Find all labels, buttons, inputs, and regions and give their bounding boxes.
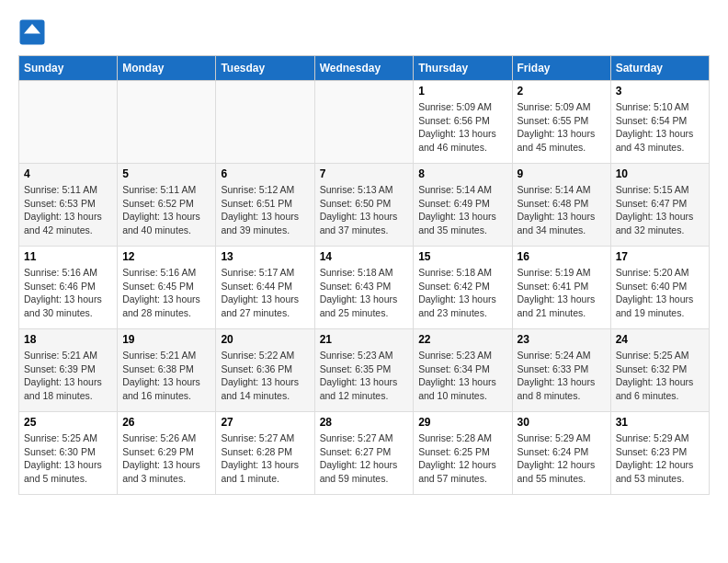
day-info: Sunrise: 5:09 AM Sunset: 6:55 PM Dayligh… bbox=[518, 100, 606, 155]
day-number: 10 bbox=[616, 167, 704, 180]
day-info: Sunrise: 5:20 AM Sunset: 6:40 PM Dayligh… bbox=[616, 266, 704, 320]
day-cell: 14Sunrise: 5:18 AM Sunset: 6:43 PM Dayli… bbox=[314, 247, 414, 329]
day-cell bbox=[19, 81, 118, 164]
day-info: Sunrise: 5:25 AM Sunset: 6:30 PM Dayligh… bbox=[24, 431, 112, 486]
day-cell: 28Sunrise: 5:27 AM Sunset: 6:27 PM Dayli… bbox=[314, 412, 414, 495]
day-number: 4 bbox=[24, 167, 112, 180]
day-number: 3 bbox=[616, 85, 704, 98]
week-row-2: 4Sunrise: 5:11 AM Sunset: 6:53 PM Daylig… bbox=[19, 164, 710, 247]
day-header-sunday: Sunday bbox=[19, 56, 118, 81]
day-number: 31 bbox=[616, 416, 704, 429]
day-cell: 24Sunrise: 5:25 AM Sunset: 6:32 PM Dayli… bbox=[610, 329, 709, 412]
day-number: 13 bbox=[221, 250, 309, 263]
day-number: 29 bbox=[418, 416, 506, 429]
day-number: 9 bbox=[518, 167, 606, 180]
day-number: 19 bbox=[122, 333, 210, 346]
day-number: 20 bbox=[221, 333, 309, 346]
page-header bbox=[18, 18, 710, 46]
day-info: Sunrise: 5:26 AM Sunset: 6:29 PM Dayligh… bbox=[122, 431, 210, 486]
day-info: Sunrise: 5:18 AM Sunset: 6:43 PM Dayligh… bbox=[320, 266, 409, 320]
day-info: Sunrise: 5:14 AM Sunset: 6:49 PM Dayligh… bbox=[418, 183, 506, 237]
day-number: 27 bbox=[221, 416, 309, 429]
day-info: Sunrise: 5:09 AM Sunset: 6:56 PM Dayligh… bbox=[418, 100, 506, 155]
day-cell: 6Sunrise: 5:12 AM Sunset: 6:51 PM Daylig… bbox=[216, 164, 314, 247]
day-info: Sunrise: 5:21 AM Sunset: 6:39 PM Dayligh… bbox=[24, 349, 112, 403]
week-row-3: 11Sunrise: 5:16 AM Sunset: 6:46 PM Dayli… bbox=[19, 247, 710, 329]
day-cell: 21Sunrise: 5:23 AM Sunset: 6:35 PM Dayli… bbox=[314, 329, 414, 412]
day-cell: 20Sunrise: 5:22 AM Sunset: 6:36 PM Dayli… bbox=[216, 329, 314, 412]
day-cell: 30Sunrise: 5:29 AM Sunset: 6:24 PM Dayli… bbox=[512, 412, 610, 495]
day-info: Sunrise: 5:23 AM Sunset: 6:34 PM Dayligh… bbox=[418, 349, 506, 403]
day-number: 25 bbox=[24, 416, 112, 429]
day-number: 1 bbox=[418, 85, 506, 98]
day-header-monday: Monday bbox=[118, 56, 216, 81]
day-info: Sunrise: 5:18 AM Sunset: 6:42 PM Dayligh… bbox=[418, 266, 506, 320]
day-cell: 17Sunrise: 5:20 AM Sunset: 6:40 PM Dayli… bbox=[610, 247, 709, 329]
day-cell: 4Sunrise: 5:11 AM Sunset: 6:53 PM Daylig… bbox=[19, 164, 118, 247]
day-header-thursday: Thursday bbox=[414, 56, 512, 81]
day-cell: 27Sunrise: 5:27 AM Sunset: 6:28 PM Dayli… bbox=[216, 412, 314, 495]
day-header-friday: Friday bbox=[512, 56, 610, 81]
day-number: 7 bbox=[320, 167, 409, 180]
day-info: Sunrise: 5:28 AM Sunset: 6:25 PM Dayligh… bbox=[418, 431, 506, 486]
day-cell: 25Sunrise: 5:25 AM Sunset: 6:30 PM Dayli… bbox=[19, 412, 118, 495]
day-number: 11 bbox=[24, 250, 112, 263]
day-cell: 11Sunrise: 5:16 AM Sunset: 6:46 PM Dayli… bbox=[19, 247, 118, 329]
day-cell: 5Sunrise: 5:11 AM Sunset: 6:52 PM Daylig… bbox=[118, 164, 216, 247]
day-info: Sunrise: 5:22 AM Sunset: 6:36 PM Dayligh… bbox=[221, 349, 309, 403]
week-row-1: 1Sunrise: 5:09 AM Sunset: 6:56 PM Daylig… bbox=[19, 81, 710, 164]
header-row: SundayMondayTuesdayWednesdayThursdayFrid… bbox=[19, 56, 710, 81]
day-info: Sunrise: 5:29 AM Sunset: 6:24 PM Dayligh… bbox=[518, 431, 606, 486]
day-number: 2 bbox=[518, 85, 606, 98]
day-cell: 13Sunrise: 5:17 AM Sunset: 6:44 PM Dayli… bbox=[216, 247, 314, 329]
day-cell: 18Sunrise: 5:21 AM Sunset: 6:39 PM Dayli… bbox=[19, 329, 118, 412]
day-info: Sunrise: 5:12 AM Sunset: 6:51 PM Dayligh… bbox=[221, 183, 309, 237]
logo bbox=[18, 18, 51, 46]
day-cell bbox=[118, 81, 216, 164]
day-info: Sunrise: 5:10 AM Sunset: 6:54 PM Dayligh… bbox=[616, 100, 704, 155]
day-info: Sunrise: 5:11 AM Sunset: 6:52 PM Dayligh… bbox=[122, 183, 210, 237]
day-info: Sunrise: 5:21 AM Sunset: 6:38 PM Dayligh… bbox=[122, 349, 210, 403]
day-cell: 2Sunrise: 5:09 AM Sunset: 6:55 PM Daylig… bbox=[512, 81, 610, 164]
day-info: Sunrise: 5:14 AM Sunset: 6:48 PM Dayligh… bbox=[518, 183, 606, 237]
day-header-wednesday: Wednesday bbox=[314, 56, 414, 81]
day-info: Sunrise: 5:27 AM Sunset: 6:28 PM Dayligh… bbox=[221, 431, 309, 486]
day-cell: 1Sunrise: 5:09 AM Sunset: 6:56 PM Daylig… bbox=[414, 81, 512, 164]
week-row-4: 18Sunrise: 5:21 AM Sunset: 6:39 PM Dayli… bbox=[19, 329, 710, 412]
day-number: 21 bbox=[320, 333, 409, 346]
day-cell: 3Sunrise: 5:10 AM Sunset: 6:54 PM Daylig… bbox=[610, 81, 709, 164]
logo-icon bbox=[18, 18, 46, 46]
day-info: Sunrise: 5:27 AM Sunset: 6:27 PM Dayligh… bbox=[320, 431, 409, 486]
day-info: Sunrise: 5:29 AM Sunset: 6:23 PM Dayligh… bbox=[616, 431, 704, 486]
day-info: Sunrise: 5:23 AM Sunset: 6:35 PM Dayligh… bbox=[320, 349, 409, 403]
day-info: Sunrise: 5:24 AM Sunset: 6:33 PM Dayligh… bbox=[518, 349, 606, 403]
day-cell bbox=[314, 81, 414, 164]
day-number: 8 bbox=[418, 167, 506, 180]
day-number: 18 bbox=[24, 333, 112, 346]
day-cell: 15Sunrise: 5:18 AM Sunset: 6:42 PM Dayli… bbox=[414, 247, 512, 329]
day-header-saturday: Saturday bbox=[610, 56, 709, 81]
day-number: 28 bbox=[320, 416, 409, 429]
day-info: Sunrise: 5:17 AM Sunset: 6:44 PM Dayligh… bbox=[221, 266, 309, 320]
day-number: 15 bbox=[418, 250, 506, 263]
calendar-table: SundayMondayTuesdayWednesdayThursdayFrid… bbox=[18, 55, 710, 495]
day-info: Sunrise: 5:13 AM Sunset: 6:50 PM Dayligh… bbox=[320, 183, 409, 237]
day-number: 16 bbox=[518, 250, 606, 263]
day-number: 30 bbox=[518, 416, 606, 429]
day-info: Sunrise: 5:25 AM Sunset: 6:32 PM Dayligh… bbox=[616, 349, 704, 403]
day-info: Sunrise: 5:16 AM Sunset: 6:46 PM Dayligh… bbox=[24, 266, 112, 320]
day-cell: 23Sunrise: 5:24 AM Sunset: 6:33 PM Dayli… bbox=[512, 329, 610, 412]
day-cell: 16Sunrise: 5:19 AM Sunset: 6:41 PM Dayli… bbox=[512, 247, 610, 329]
day-number: 22 bbox=[418, 333, 506, 346]
day-info: Sunrise: 5:11 AM Sunset: 6:53 PM Dayligh… bbox=[24, 183, 112, 237]
day-cell bbox=[216, 81, 314, 164]
day-cell: 7Sunrise: 5:13 AM Sunset: 6:50 PM Daylig… bbox=[314, 164, 414, 247]
day-number: 26 bbox=[122, 416, 210, 429]
day-header-tuesday: Tuesday bbox=[216, 56, 314, 81]
day-number: 23 bbox=[518, 333, 606, 346]
day-cell: 26Sunrise: 5:26 AM Sunset: 6:29 PM Dayli… bbox=[118, 412, 216, 495]
day-number: 6 bbox=[221, 167, 309, 180]
day-cell: 12Sunrise: 5:16 AM Sunset: 6:45 PM Dayli… bbox=[118, 247, 216, 329]
day-number: 14 bbox=[320, 250, 409, 263]
day-cell: 9Sunrise: 5:14 AM Sunset: 6:48 PM Daylig… bbox=[512, 164, 610, 247]
